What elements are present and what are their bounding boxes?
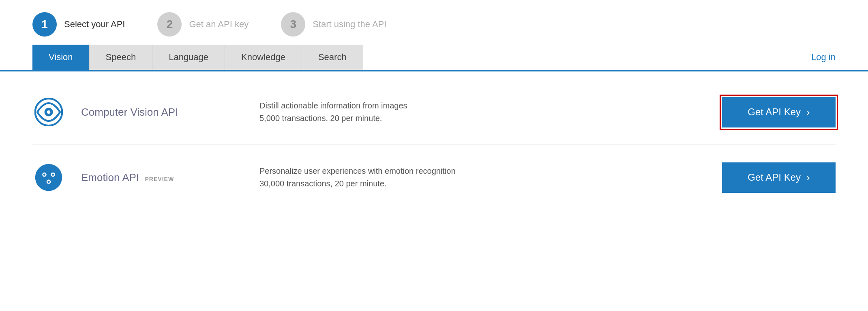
page-container: 1 Select your API 2 Get an API key 3 Sta… — [0, 0, 868, 218]
step-label-3: Start using the API — [313, 19, 386, 30]
login-link[interactable]: Log in — [811, 45, 836, 70]
api-name-section-vision: Computer Vision API — [81, 106, 227, 119]
wizard-step-1: 1 Select your API — [32, 12, 125, 37]
svg-point-9 — [47, 181, 49, 183]
step-circle-1: 1 — [32, 12, 57, 37]
eye-icon — [34, 98, 63, 126]
api-desc-subtitle-vision: 5,000 transactions, 20 per minute. — [259, 114, 690, 123]
api-desc-title-vision: Distill actionable information from imag… — [259, 101, 690, 110]
api-row-emotion: Emotion API PREVIEW Personalize user exp… — [32, 145, 836, 210]
api-action-emotion: Get API Key › — [722, 162, 836, 193]
tab-knowledge[interactable]: Knowledge — [225, 45, 302, 70]
api-desc-title-emotion: Personalize user experiences with emotio… — [259, 166, 690, 176]
svg-point-7 — [43, 173, 45, 175]
step-circle-2: 2 — [157, 12, 182, 37]
api-description-vision: Distill actionable information from imag… — [243, 101, 706, 123]
svg-point-2 — [47, 110, 51, 114]
api-desc-subtitle-emotion: 30,000 transactions, 20 per minute. — [259, 179, 690, 188]
svg-point-8 — [52, 173, 54, 175]
api-name-vision: Computer Vision API — [81, 106, 178, 118]
tab-search[interactable]: Search — [302, 45, 363, 70]
tab-navigation: Vision Speech Language Knowledge Search … — [0, 45, 868, 71]
step-label-2: Get an API key — [189, 19, 249, 30]
svg-point-3 — [35, 164, 62, 191]
api-row-computer-vision: Computer Vision API Distill actionable i… — [32, 80, 836, 145]
api-icon-emotion — [32, 161, 65, 194]
api-name-section-emotion: Emotion API PREVIEW — [81, 171, 227, 184]
button-arrow-vision: › — [806, 106, 810, 119]
tab-speech[interactable]: Speech — [90, 45, 153, 70]
api-list: Computer Vision API Distill actionable i… — [0, 71, 868, 218]
get-api-key-button-vision[interactable]: Get API Key › — [722, 97, 836, 127]
api-name-emotion: Emotion API — [81, 171, 139, 184]
wizard-step-2: 2 Get an API key — [157, 12, 249, 37]
wizard-header: 1 Select your API 2 Get an API key 3 Sta… — [0, 0, 868, 45]
api-icon-vision — [32, 96, 65, 128]
step-label-1: Select your API — [64, 19, 125, 30]
tab-vision[interactable]: Vision — [32, 45, 90, 70]
tab-language[interactable]: Language — [152, 45, 225, 70]
api-action-vision: Get API Key › — [722, 97, 836, 127]
step-circle-3: 3 — [281, 12, 305, 37]
button-arrow-emotion: › — [806, 171, 810, 184]
wizard-step-3: 3 Start using the API — [281, 12, 386, 37]
api-description-emotion: Personalize user experiences with emotio… — [243, 166, 706, 188]
preview-badge-emotion: PREVIEW — [145, 176, 174, 182]
emotion-icon — [34, 163, 63, 192]
get-api-key-button-emotion[interactable]: Get API Key › — [722, 162, 836, 193]
